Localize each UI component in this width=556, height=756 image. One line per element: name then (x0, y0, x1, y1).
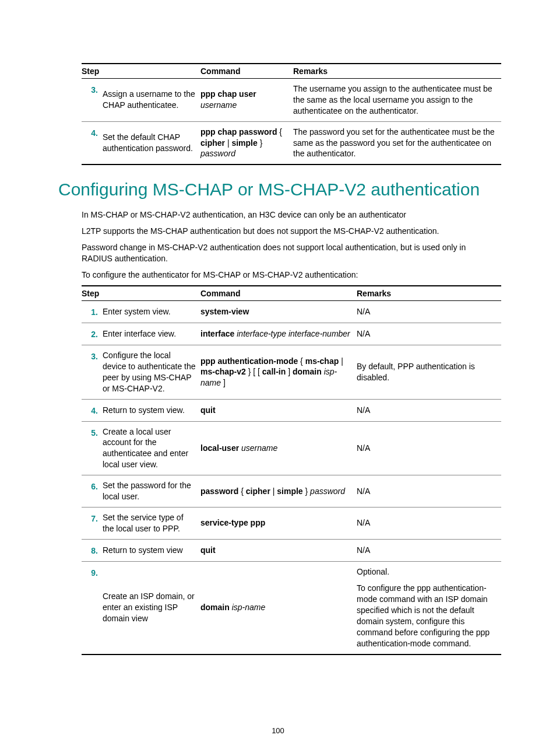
step-num: 4. (82, 121, 103, 164)
table-row: 2. Enter interface view. interface inter… (82, 323, 501, 345)
step-rem: By default, PPP authentication is disabl… (357, 345, 501, 400)
body-text: In MS-CHAP or MS-CHAP-V2 authentication,… (82, 209, 498, 221)
step-cmd: quit (200, 539, 357, 561)
step-desc: Enter interface view. (103, 323, 200, 345)
table-row: 1. Enter system view. system-view N/A (82, 301, 501, 323)
step-cmd: ppp chap password { cipher | simple } pa… (200, 121, 293, 164)
step-desc: Set the password for the local user. (103, 475, 200, 508)
step-cmd: domain isp-name (200, 561, 357, 654)
step-desc: Set the default CHAP authentication pass… (103, 121, 200, 164)
mschap-table: Step Command Remarks 1. Enter system vie… (82, 285, 501, 654)
body-text: L2TP supports the MS-CHAP authentication… (82, 226, 498, 237)
step-rem: N/A (357, 507, 501, 539)
step-desc: Configure the local device to authentica… (103, 345, 200, 400)
step-cmd: quit (200, 399, 357, 421)
step-desc: Create a local user account for the auth… (103, 421, 200, 475)
t2-h-cmd: Command (200, 286, 357, 301)
t1-h-cmd: Command (200, 64, 293, 79)
step-rem: The password you set for the authenticat… (293, 121, 501, 164)
step-num: 1. (82, 301, 103, 323)
step-desc: Return to system view (103, 539, 200, 561)
page-number: 100 (0, 726, 556, 735)
step-num: 3. (82, 345, 103, 400)
step-desc: Set the service type of the local user t… (103, 507, 200, 539)
step-rem: N/A (357, 399, 501, 421)
section-heading: Configuring MS-CHAP or MS-CHAP-V2 authen… (58, 179, 498, 200)
step-num: 9. (82, 561, 103, 654)
step-desc: Enter system view. (103, 301, 200, 323)
step-desc: Assign a username to the CHAP authentica… (103, 79, 200, 122)
table-row: 6. Set the password for the local user. … (82, 475, 501, 508)
step-cmd: local-user username (200, 421, 357, 475)
step-num: 3. (82, 79, 103, 122)
t2-h-step: Step (82, 286, 200, 301)
step-num: 4. (82, 399, 103, 421)
table-row: 3. Assign a username to the CHAP authent… (82, 79, 501, 122)
step-num: 8. (82, 539, 103, 561)
table-row: 8. Return to system view quit N/A (82, 539, 501, 561)
step-rem: The username you assign to the authentic… (293, 79, 501, 122)
step-rem: Optional. To configure the ppp authentic… (357, 561, 501, 654)
step-num: 5. (82, 421, 103, 475)
step-cmd: ppp chap user username (200, 79, 293, 122)
step-desc: Return to system view. (103, 399, 200, 421)
step-rem: N/A (357, 301, 501, 323)
step-cmd: service-type ppp (200, 507, 357, 539)
chap-table: Step Command Remarks 3. Assign a usernam… (82, 63, 501, 165)
step-rem: N/A (357, 421, 501, 475)
step-num: 6. (82, 475, 103, 508)
table-row: 9. Create an ISP domain, or enter an exi… (82, 561, 501, 654)
page: Step Command Remarks 3. Assign a usernam… (0, 0, 556, 756)
step-cmd: system-view (200, 301, 357, 323)
step-rem: N/A (357, 323, 501, 345)
body-text: To configure the authenticator for MS-CH… (82, 270, 498, 281)
t1-h-step: Step (82, 64, 200, 79)
table-row: 7. Set the service type of the local use… (82, 507, 501, 539)
step-cmd: ppp authentication-mode { ms-chap | ms-c… (200, 345, 357, 400)
t1-h-rem: Remarks (293, 64, 501, 79)
step-cmd: password { cipher | simple } password (200, 475, 357, 508)
step-cmd: interface interface-type interface-numbe… (200, 323, 357, 345)
step-desc: Create an ISP domain, or enter an existi… (103, 561, 200, 654)
body-text: Password change in MS-CHAP-V2 authentica… (82, 242, 498, 265)
table-row: 3. Configure the local device to authent… (82, 345, 501, 400)
step-rem: N/A (357, 475, 501, 508)
table-row: 4. Return to system view. quit N/A (82, 399, 501, 421)
table-row: 4. Set the default CHAP authentication p… (82, 121, 501, 164)
step-num: 7. (82, 507, 103, 539)
step-num: 2. (82, 323, 103, 345)
table-row: 5. Create a local user account for the a… (82, 421, 501, 475)
step-rem: N/A (357, 539, 501, 561)
t2-h-rem: Remarks (357, 286, 501, 301)
